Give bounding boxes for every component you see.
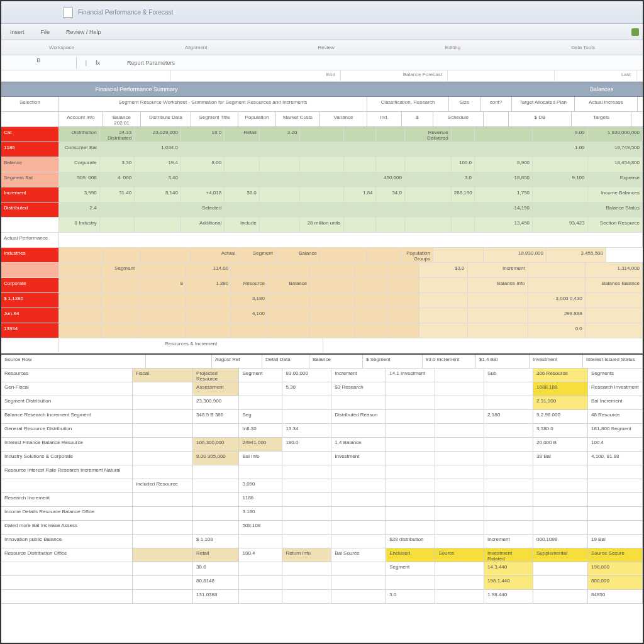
cell[interactable]: 000.1098 — [533, 535, 588, 548]
cell[interactable]: Increment — [484, 535, 533, 548]
cell[interactable]: Corporate — [59, 157, 100, 172]
cell[interactable]: 1,830,000,000 — [588, 127, 643, 142]
cell[interactable]: Bal Source — [331, 548, 386, 562]
cell[interactable] — [331, 479, 386, 492]
cell[interactable]: Resource Interest Rate Research Incremen… — [1, 465, 133, 479]
ribbon-tab-insert[interactable]: Insert — [5, 26, 30, 38]
cell[interactable]: Expense — [588, 172, 643, 187]
cell[interactable] — [376, 157, 405, 172]
cell[interactable]: 18,850 — [475, 172, 533, 187]
cell[interactable] — [376, 127, 405, 142]
cell[interactable] — [133, 562, 193, 575]
row-label[interactable]: Cat — [1, 127, 59, 142]
cell[interactable]: Balance Status — [588, 203, 643, 217]
cell[interactable] — [419, 293, 468, 308]
cell[interactable] — [193, 479, 239, 492]
cell[interactable]: 34.0 — [376, 187, 405, 202]
cell[interactable]: 83.00,000 — [282, 369, 331, 382]
cell[interactable] — [59, 248, 103, 262]
cell[interactable] — [533, 479, 588, 492]
cell[interactable] — [386, 521, 435, 534]
cell[interactable] — [435, 507, 484, 520]
cell[interactable]: Balance — [276, 248, 320, 262]
cell[interactable]: Gen-Fiscal — [1, 382, 133, 396]
cell[interactable]: $3 Research — [331, 382, 386, 396]
cell[interactable]: Research Increment — [1, 493, 133, 506]
cell[interactable] — [484, 382, 533, 396]
cell[interactable]: Segment — [238, 248, 276, 262]
cell[interactable]: Balance Info — [468, 278, 528, 292]
cell[interactable] — [193, 521, 239, 534]
cell[interactable]: Actual — [191, 248, 238, 262]
cell[interactable] — [533, 187, 587, 202]
cell[interactable] — [133, 548, 193, 562]
cell[interactable]: Retail — [225, 127, 260, 142]
cell[interactable]: 181-800 Segment — [588, 424, 643, 437]
cell[interactable]: 2,180 — [484, 410, 533, 423]
cell[interactable] — [133, 438, 193, 451]
cell[interactable] — [484, 438, 533, 451]
cell[interactable]: 1,034.0 — [135, 142, 181, 157]
cell[interactable] — [588, 507, 643, 520]
cell[interactable]: Balance — [268, 278, 310, 292]
cell[interactable]: Seg — [239, 410, 282, 423]
cell[interactable]: 3.30 — [100, 157, 135, 172]
cell[interactable] — [386, 479, 435, 492]
cell[interactable] — [389, 308, 419, 323]
row-label[interactable] — [1, 218, 59, 232]
cell[interactable] — [386, 452, 435, 465]
cell[interactable]: Investment — [331, 452, 386, 465]
cell[interactable]: Included Resource — [133, 479, 193, 492]
cell[interactable]: 114.00 — [186, 263, 231, 277]
cell[interactable] — [588, 479, 643, 492]
cell[interactable] — [435, 562, 484, 575]
cell[interactable]: 38.8 — [193, 562, 239, 575]
cell[interactable]: Source Secure — [588, 548, 643, 562]
cell[interactable]: Research Investment — [588, 382, 643, 396]
cell[interactable] — [376, 142, 405, 157]
cell[interactable] — [1, 576, 133, 589]
cell[interactable] — [386, 465, 435, 479]
cell[interactable]: Distribution — [59, 127, 100, 142]
cell[interactable]: Population Groups — [402, 248, 433, 262]
cell[interactable]: 23,029,000 — [135, 127, 181, 142]
cell[interactable]: 131.0388 — [193, 590, 239, 603]
row-label[interactable]: $ 1,1386 — [1, 293, 59, 308]
cell[interactable] — [586, 293, 643, 308]
cell[interactable] — [468, 293, 528, 308]
cell[interactable] — [133, 521, 193, 534]
cell[interactable] — [282, 576, 331, 589]
cell[interactable]: Segment — [239, 369, 282, 382]
cell[interactable]: Supplemental — [533, 548, 588, 562]
cell[interactable] — [282, 535, 331, 548]
cell[interactable]: 1.84 — [344, 187, 376, 202]
cell[interactable]: Source — [435, 548, 484, 562]
cell[interactable] — [100, 142, 135, 157]
cell[interactable] — [231, 263, 268, 277]
cell[interactable] — [355, 293, 389, 308]
cell[interactable] — [435, 465, 484, 479]
cell[interactable]: 2.31,000 — [533, 396, 588, 409]
cell[interactable] — [186, 308, 231, 323]
cell[interactable]: 4,100, 81.88 — [588, 452, 643, 465]
cell[interactable]: Increment — [331, 369, 386, 382]
cell[interactable] — [435, 410, 484, 423]
cell[interactable]: Section Resource — [588, 218, 643, 232]
cell[interactable] — [533, 157, 587, 172]
cell[interactable] — [268, 308, 310, 323]
cell[interactable]: 5.30 — [282, 382, 331, 396]
cell[interactable]: Projected Resource — [193, 369, 239, 382]
cell[interactable] — [310, 293, 355, 308]
cell[interactable]: 14.1 Investment — [386, 369, 435, 382]
cell[interactable]: 31.40 — [100, 187, 135, 202]
cell[interactable] — [260, 218, 301, 232]
cell[interactable] — [405, 142, 452, 157]
cell[interactable] — [310, 278, 355, 292]
cell[interactable] — [435, 369, 484, 382]
cell[interactable]: 4. 000 — [100, 172, 135, 187]
cell[interactable] — [468, 308, 528, 323]
cell[interactable] — [181, 172, 225, 187]
cell[interactable] — [193, 507, 239, 520]
cell[interactable] — [405, 218, 452, 232]
cell[interactable]: Balance Balance — [586, 278, 643, 292]
